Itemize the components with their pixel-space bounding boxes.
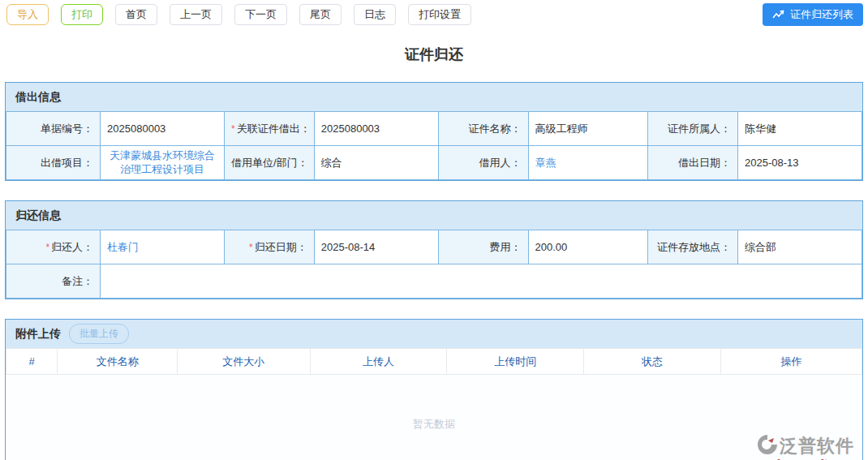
page-title: 证件归还 [0, 45, 868, 64]
location-value: 综合部 [737, 230, 862, 264]
required-asterisk: * [249, 242, 253, 253]
required-asterisk: * [231, 123, 235, 135]
returner-link[interactable]: 杜春门 [107, 241, 139, 253]
prev-page-button[interactable]: 上一页 [170, 4, 222, 25]
cert-owner-label: 证件所属人： [648, 112, 738, 146]
print-button[interactable]: 打印 [61, 4, 103, 25]
borrower-value: 章燕 [528, 146, 648, 180]
attachments-panel: 附件上传 批量上传 # 文件名称 文件大小 上传人 上传时间 状态 操作 暂无数… [5, 319, 863, 460]
attachments-header: 附件上传 批量上传 [6, 320, 862, 348]
attachments-title: 附件上传 [15, 327, 61, 342]
brand-name: 泛普软件 [780, 437, 854, 455]
first-page-button[interactable]: 首页 [115, 4, 157, 25]
col-index: # [6, 349, 58, 375]
col-uploader: 上传人 [310, 349, 447, 375]
cert-name-value: 高级工程师 [528, 112, 648, 146]
col-upload-time: 上传时间 [447, 349, 584, 375]
borrower-link[interactable]: 章燕 [535, 157, 556, 169]
return-info-title: 归还信息 [15, 209, 61, 223]
log-button[interactable]: 日志 [354, 4, 396, 25]
borrow-dept-label: 借用单位/部门： [225, 146, 315, 180]
empty-data-text: 暂无数据 [6, 417, 862, 432]
col-status: 状态 [584, 349, 721, 375]
fee-value: 200.00 [528, 230, 648, 264]
borrower-label: 借用人： [438, 146, 528, 180]
attachments-table: # 文件名称 文件大小 上传人 上传时间 状态 操作 [6, 348, 862, 375]
toolbar: 导入 打印 首页 上一页 下一页 尾页 日志 打印设置 [0, 0, 868, 25]
lend-date-label: 借出日期： [648, 146, 738, 180]
print-settings-button[interactable]: 打印设置 [408, 4, 471, 25]
certificate-return-list-label: 证件归还列表 [790, 7, 853, 22]
certificate-return-list-button[interactable]: 证件归还列表 [763, 3, 863, 26]
batch-upload-button[interactable]: 批量上传 [69, 324, 129, 344]
return-info-header: 归还信息 [6, 201, 862, 230]
remark-value [101, 264, 862, 299]
project-link[interactable]: 天津蒙城县水环境综合治理工程设计项目 [110, 149, 215, 174]
col-actions: 操作 [720, 349, 862, 375]
lend-info-panel: 借出信息 单据编号： 2025080003 *关联证件借出： 202508000… [5, 82, 863, 181]
fanpu-logo-icon [757, 434, 778, 458]
return-date-value: 2025-08-14 [314, 230, 438, 264]
related-lend-label: *关联证件借出： [225, 112, 315, 146]
cert-name-label: 证件名称： [438, 112, 528, 146]
next-page-button[interactable]: 下一页 [234, 4, 287, 25]
required-asterisk: * [45, 242, 49, 253]
returner-label: *归还人： [6, 230, 101, 264]
returner-value: 杜春门 [101, 230, 225, 264]
borrow-dept-value: 综合 [314, 146, 438, 180]
import-button[interactable]: 导入 [6, 4, 49, 25]
attachments-table-header-row: # 文件名称 文件大小 上传人 上传时间 状态 操作 [6, 349, 862, 375]
return-info-table: *归还人： 杜春门 *归还日期： 2025-08-14 费用： 200.00 证… [6, 230, 862, 299]
location-label: 证件存放地点： [648, 230, 738, 264]
remark-label: 备注： [6, 264, 101, 299]
last-page-button[interactable]: 尾页 [299, 4, 342, 25]
lend-info-title: 借出信息 [15, 90, 61, 105]
attachments-empty-area: 暂无数据 泛普软件 www.fanpusoft.com [6, 375, 862, 460]
vendor-watermark: 泛普软件 www.fanpusoft.com [748, 434, 854, 460]
col-file-size: 文件大小 [177, 349, 310, 375]
project-value: 天津蒙城县水环境综合治理工程设计项目 [101, 146, 225, 180]
lend-date-value: 2025-08-13 [737, 146, 862, 180]
doc-no-value: 2025080003 [101, 112, 225, 146]
doc-no-label: 单据编号： [6, 112, 101, 146]
return-date-label: *归还日期： [225, 230, 315, 264]
return-info-panel: 归还信息 *归还人： 杜春门 *归还日期： 2025-08-14 费用： 200… [5, 200, 863, 299]
lend-info-table: 单据编号： 2025080003 *关联证件借出： 2025080003 证件名… [6, 111, 862, 180]
lend-info-header: 借出信息 [6, 83, 862, 111]
col-file-name: 文件名称 [58, 349, 178, 375]
project-label: 出借项目： [6, 146, 101, 180]
cert-owner-value: 陈华健 [737, 112, 862, 146]
related-lend-value: 2025080003 [314, 112, 438, 146]
fee-label: 费用： [438, 230, 528, 264]
trending-up-icon [772, 10, 785, 19]
